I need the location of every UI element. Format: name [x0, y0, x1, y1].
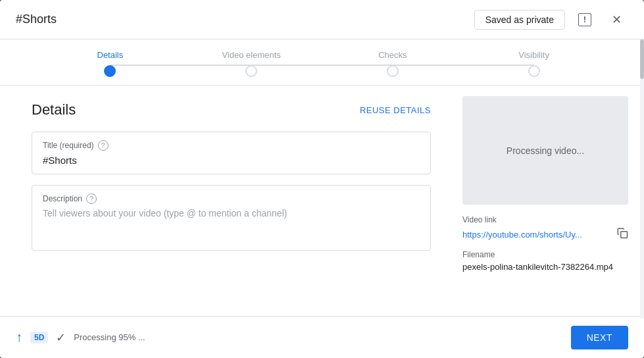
- step-checks[interactable]: Checks: [322, 50, 464, 77]
- step-video-elements-dot: [245, 65, 257, 77]
- alert-icon: !: [578, 13, 591, 26]
- alert-button[interactable]: !: [573, 8, 597, 32]
- step-visibility[interactable]: Visibility: [463, 50, 605, 77]
- dialog-header: #Shorts Saved as private ! ✕: [0, 0, 644, 39]
- video-link-row: https://youtube.com/shorts/Uy...: [462, 227, 628, 242]
- video-link-label: Video link: [462, 215, 628, 224]
- description-placeholder: Tell viewers about your video (type @ to…: [43, 208, 420, 218]
- filename-label: Filename: [462, 250, 628, 259]
- title-field-group[interactable]: Title (required) ? #Shorts: [32, 132, 431, 174]
- close-button[interactable]: ✕: [605, 8, 628, 32]
- step-details-label: Details: [97, 50, 124, 60]
- reuse-details-button[interactable]: REUSE DETAILS: [360, 105, 431, 115]
- filename-value: pexels-polina-tankilevitch-7382264.mp4: [462, 262, 628, 272]
- title-field-label: Title (required) ?: [43, 140, 420, 151]
- step-checks-label: Checks: [378, 50, 407, 60]
- svg-rect-0: [621, 232, 628, 238]
- scrollbar-track[interactable]: [640, 86, 644, 316]
- saved-private-button[interactable]: Saved as private: [474, 10, 565, 30]
- upload-dialog: #Shorts Saved as private ! ✕ Details Vid…: [0, 0, 644, 358]
- stepper-inner: Details Video elements Checks Visibility: [39, 50, 605, 77]
- stepper: Details Video elements Checks Visibility: [0, 39, 644, 86]
- video-link-url[interactable]: https://youtube.com/shorts/Uy...: [462, 230, 611, 240]
- video-preview: Processing video...: [462, 96, 628, 205]
- left-panel: Details REUSE DETAILS Title (required) ?…: [0, 86, 447, 316]
- step-video-elements-label: Video elements: [222, 50, 280, 60]
- stepper-line: [110, 64, 533, 66]
- step-video-elements[interactable]: Video elements: [181, 50, 322, 77]
- dialog-title: #Shorts: [16, 13, 474, 26]
- video-link-section: Video link https://youtube.com/shorts/Uy…: [462, 215, 628, 242]
- next-button[interactable]: NEXT: [571, 326, 628, 349]
- step-checks-dot: [387, 65, 399, 77]
- section-title: Details: [32, 101, 76, 118]
- copy-icon[interactable]: [616, 227, 628, 242]
- section-header: Details REUSE DETAILS: [32, 101, 431, 118]
- check-icon: ✓: [56, 330, 66, 345]
- title-label-text: Title (required): [43, 141, 94, 150]
- footer: ↑ 5D ✓ Processing 95% ... NEXT: [0, 316, 644, 358]
- step-visibility-dot: [528, 65, 540, 77]
- description-field-label: Description ?: [43, 193, 420, 204]
- description-help-icon[interactable]: ?: [86, 193, 97, 204]
- upload-icon[interactable]: ↑: [16, 330, 22, 345]
- step-details-dot: [104, 65, 116, 77]
- filename-section: Filename pexels-polina-tankilevitch-7382…: [462, 250, 628, 272]
- header-actions: Saved as private ! ✕: [474, 8, 628, 32]
- description-label-text: Description: [43, 194, 82, 203]
- step-details[interactable]: Details: [39, 50, 181, 77]
- description-field-group[interactable]: Description ? Tell viewers about your vi…: [32, 185, 431, 251]
- processing-status: Processing 95% ...: [74, 332, 562, 342]
- right-panel: Processing video... Video link https://y…: [447, 86, 644, 316]
- main-content: Details REUSE DETAILS Title (required) ?…: [0, 86, 644, 316]
- step-visibility-label: Visibility: [518, 50, 549, 60]
- title-help-icon[interactable]: ?: [98, 140, 109, 151]
- auto-save-badge: 5D: [30, 332, 48, 344]
- title-field-value: #Shorts: [43, 155, 420, 166]
- close-icon: ✕: [612, 13, 622, 27]
- processing-text: Processing video...: [507, 145, 584, 156]
